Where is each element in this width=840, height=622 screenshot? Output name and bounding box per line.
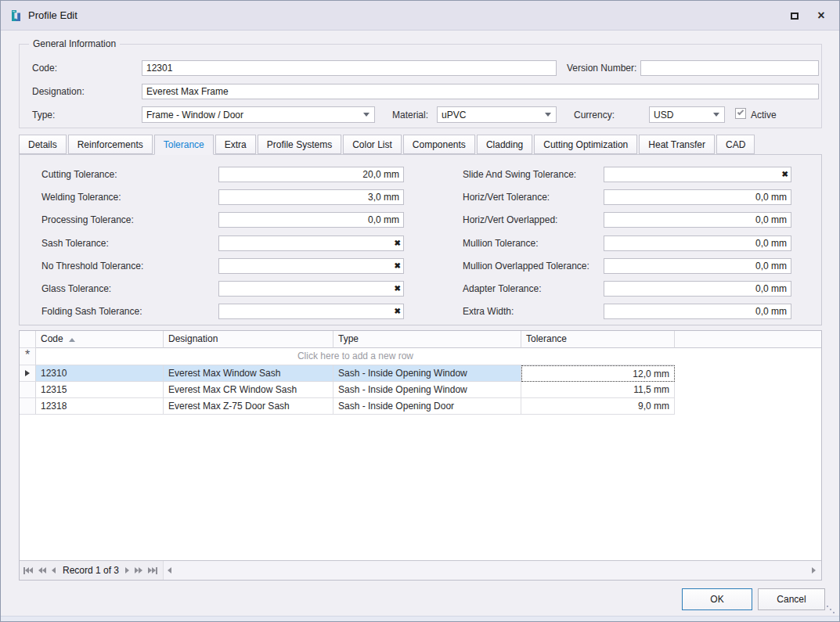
cell-designation[interactable]: Everest Max Z-75 Door Sash bbox=[164, 398, 333, 415]
tab-extra[interactable]: Extra bbox=[215, 135, 256, 154]
currency-value: USD bbox=[654, 110, 713, 120]
tab-profile-systems[interactable]: Profile Systems bbox=[258, 135, 341, 154]
current-row-arrow-icon bbox=[25, 370, 30, 376]
slide-swing-tolerance-label: Slide And Swing Tolerance: bbox=[463, 169, 576, 180]
new-row-indicator: * bbox=[20, 348, 36, 365]
vcr-buttons: Record 1 of 3 bbox=[20, 565, 163, 576]
maximize-button[interactable] bbox=[783, 5, 806, 26]
sash-tolerance-label: Sash Tolerance: bbox=[41, 238, 109, 249]
adapter-tolerance-input[interactable] bbox=[604, 281, 791, 297]
scroll-right-icon[interactable] bbox=[812, 567, 816, 573]
horiz-vert-overlapped-input[interactable] bbox=[604, 212, 791, 228]
clear-icon[interactable]: ✖ bbox=[395, 306, 401, 317]
processing-tolerance-input[interactable] bbox=[218, 212, 404, 228]
column-header-code[interactable]: Code bbox=[36, 331, 164, 348]
cell-tolerance[interactable]: 11,5 mm bbox=[521, 382, 675, 398]
mullion-overlapped-tolerance-label: Mullion Overlapped Tolerance: bbox=[463, 261, 589, 271]
next-record-button[interactable] bbox=[125, 567, 129, 573]
cell-type[interactable]: Sash - Inside Opening Window bbox=[333, 365, 521, 382]
chevron-down-icon bbox=[545, 113, 551, 117]
code-input[interactable] bbox=[142, 60, 557, 76]
ok-button-label: OK bbox=[710, 594, 723, 605]
cell-designation[interactable]: Everest Max CR Window Sash bbox=[164, 382, 333, 398]
horiz-vert-tolerance-label: Horiz/Vert Tolerance: bbox=[463, 192, 550, 203]
resize-grip[interactable] bbox=[827, 606, 835, 613]
glass-tolerance-input[interactable] bbox=[218, 281, 404, 297]
type-label: Type: bbox=[32, 110, 55, 120]
welding-tolerance-label: Welding Tolerance: bbox=[41, 192, 121, 203]
record-navigator: Record 1 of 3 bbox=[20, 560, 821, 580]
currency-label: Currency: bbox=[574, 110, 615, 120]
currency-combobox[interactable]: USD bbox=[649, 106, 725, 123]
clear-icon[interactable]: ✖ bbox=[782, 169, 788, 180]
next-page-button[interactable] bbox=[135, 567, 142, 573]
column-header-filler bbox=[675, 331, 821, 348]
tab-cad[interactable]: CAD bbox=[716, 135, 755, 154]
cell-designation[interactable]: Everest Max Window Sash bbox=[164, 365, 333, 382]
tab-color-list[interactable]: Color List bbox=[343, 135, 402, 154]
version-number-input[interactable] bbox=[640, 60, 819, 76]
ok-button[interactable]: OK bbox=[682, 588, 752, 610]
cutting-tolerance-label: Cutting Tolerance: bbox=[41, 169, 117, 180]
cancel-button-label: Cancel bbox=[777, 594, 806, 605]
active-checkbox[interactable] bbox=[735, 108, 746, 119]
record-counter: Record 1 of 3 bbox=[63, 565, 119, 576]
tab-strip: Details Reinforcements Tolerance Extra P… bbox=[19, 135, 822, 155]
new-row-icon: * bbox=[25, 348, 30, 361]
welding-tolerance-input[interactable] bbox=[218, 189, 404, 205]
maximize-icon bbox=[791, 13, 799, 20]
cell-code[interactable]: 12318 bbox=[36, 398, 164, 415]
prev-record-button[interactable] bbox=[52, 567, 56, 573]
tab-heat-transfer[interactable]: Heat Transfer bbox=[639, 135, 715, 154]
cell-type[interactable]: Sash - Inside Opening Window bbox=[333, 382, 521, 398]
cell-tolerance-editing[interactable]: 12,0 mm bbox=[521, 365, 675, 382]
horiz-vert-tolerance-input[interactable] bbox=[604, 189, 791, 205]
type-combobox[interactable]: Frame - Window / Door bbox=[142, 106, 375, 123]
tab-reinforcements[interactable]: Reinforcements bbox=[68, 135, 153, 154]
horizontal-scrollbar[interactable] bbox=[163, 561, 821, 580]
slide-swing-tolerance-input[interactable] bbox=[604, 167, 791, 182]
column-header-designation[interactable]: Designation bbox=[164, 331, 333, 348]
window-frame-bottom bbox=[1, 616, 839, 621]
column-header-tolerance[interactable]: Tolerance bbox=[521, 331, 675, 348]
cell-code[interactable]: 12310 bbox=[36, 365, 164, 382]
clear-icon[interactable]: ✖ bbox=[395, 238, 401, 249]
processing-tolerance-label: Processing Tolerance: bbox=[41, 214, 134, 225]
tab-cutting-optimization[interactable]: Cutting Optimization bbox=[534, 135, 637, 154]
prev-page-button[interactable] bbox=[38, 567, 46, 573]
extra-width-input[interactable] bbox=[604, 304, 791, 319]
cancel-button[interactable]: Cancel bbox=[758, 588, 825, 610]
row-indicator bbox=[20, 398, 36, 415]
sash-tolerance-input[interactable] bbox=[218, 235, 404, 251]
tab-details[interactable]: Details bbox=[19, 135, 67, 154]
folding-sash-tolerance-input[interactable] bbox=[218, 304, 404, 319]
material-combobox[interactable]: uPVC bbox=[437, 106, 557, 123]
cell-code[interactable]: 12315 bbox=[36, 382, 164, 398]
tab-cladding[interactable]: Cladding bbox=[477, 135, 532, 154]
cell-type[interactable]: Sash - Inside Opening Door bbox=[333, 398, 521, 415]
last-record-button[interactable] bbox=[148, 567, 157, 574]
clear-icon[interactable]: ✖ bbox=[395, 283, 401, 294]
cell-tolerance[interactable]: 9,0 mm bbox=[521, 398, 675, 415]
no-threshold-tolerance-input[interactable] bbox=[218, 258, 404, 274]
tab-tolerance[interactable]: Tolerance bbox=[154, 135, 214, 155]
version-number-label: Version Number: bbox=[567, 63, 636, 74]
designation-label: Designation: bbox=[32, 86, 85, 97]
add-new-row[interactable]: Click here to add a new row bbox=[36, 348, 675, 365]
titlebar: Profile Edit × bbox=[1, 1, 839, 31]
cutting-tolerance-input[interactable] bbox=[218, 167, 404, 182]
scroll-left-icon[interactable] bbox=[168, 567, 171, 573]
column-header-type[interactable]: Type bbox=[333, 331, 521, 348]
mullion-tolerance-input[interactable] bbox=[604, 235, 791, 251]
clear-icon[interactable]: ✖ bbox=[395, 261, 401, 271]
adapter-tolerance-label: Adapter Tolerance: bbox=[463, 283, 542, 294]
tab-components[interactable]: Components bbox=[403, 135, 475, 154]
mullion-overlapped-tolerance-input[interactable] bbox=[604, 258, 791, 274]
first-record-button[interactable] bbox=[23, 567, 33, 574]
active-label: Active bbox=[751, 110, 777, 120]
chevron-down-icon bbox=[363, 113, 370, 117]
sash-tolerance-grid: Code Designation Type Tolerance * Click … bbox=[19, 330, 822, 581]
group-legend: General Information bbox=[29, 38, 120, 49]
close-button[interactable]: × bbox=[809, 5, 833, 26]
designation-input[interactable] bbox=[142, 84, 819, 99]
